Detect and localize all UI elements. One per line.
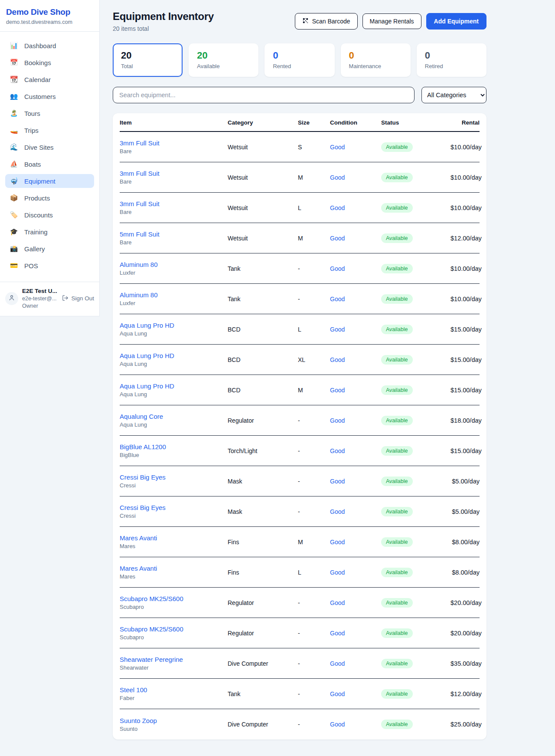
item-name-link[interactable]: Mares Avanti — [120, 534, 228, 542]
condition-link[interactable]: Good — [330, 144, 381, 151]
sidebar-item-discounts[interactable]: 🏷️ Discounts — [5, 208, 94, 222]
item-name-link[interactable]: Aqua Lung Pro HD — [120, 322, 228, 329]
item-name-link[interactable]: Suunto Zoop — [120, 717, 228, 724]
sidebar-item-tours[interactable]: 🏝️ Tours — [5, 106, 94, 120]
item-name-link[interactable]: Aluminum 80 — [120, 291, 228, 299]
sidebar-item-training[interactable]: 🎓 Training — [5, 225, 94, 239]
nav-icon: 🎓 — [10, 228, 18, 236]
condition-link[interactable]: Good — [330, 235, 381, 242]
status-badge: Available — [381, 142, 413, 152]
item-name-link[interactable]: Aqualung Core — [120, 413, 228, 420]
category-cell: Mask — [228, 478, 298, 485]
status-badge: Available — [381, 446, 413, 456]
stat-card-retired[interactable]: 0 Retired — [417, 43, 486, 77]
sign-out-button[interactable]: Sign Out — [62, 295, 94, 302]
rental-cell: $10.00/day — [451, 204, 482, 211]
item-name-link[interactable]: Shearwater Peregrine — [120, 656, 228, 663]
item-name-link[interactable]: Mares Avanti — [120, 565, 228, 572]
table-body: 3mm Full Suit Bare Wetsuit S Good Availa… — [120, 132, 480, 740]
nav-label: Dive Sites — [24, 144, 54, 151]
item-name-link[interactable]: 3mm Full Suit — [120, 170, 228, 177]
sidebar-item-bookings[interactable]: 📅 Bookings — [5, 56, 94, 69]
stat-card-total[interactable]: 20 Total — [113, 43, 183, 77]
category-cell: Regulator — [228, 599, 298, 606]
condition-link[interactable]: Good — [330, 296, 381, 302]
nav-label: Equipment — [24, 177, 56, 185]
nav-icon: 👥 — [10, 92, 18, 100]
sidebar-item-products[interactable]: 📦 Products — [5, 191, 94, 205]
item-name-link[interactable]: Cressi Big Eyes — [120, 504, 228, 511]
status-badge: Available — [381, 659, 413, 668]
nav-label: Boats — [24, 161, 41, 168]
item-name-link[interactable]: 3mm Full Suit — [120, 200, 228, 207]
condition-link[interactable]: Good — [330, 508, 381, 515]
condition-link[interactable]: Good — [330, 569, 381, 576]
condition-link[interactable]: Good — [330, 660, 381, 667]
item-name-link[interactable]: Aqua Lung Pro HD — [120, 352, 228, 359]
stat-card-rented[interactable]: 0 Rented — [264, 43, 334, 77]
item-cell: 3mm Full Suit Bare — [120, 139, 228, 154]
category-select[interactable]: All Categories — [421, 87, 486, 103]
sidebar-item-trips[interactable]: 🚤 Trips — [5, 123, 94, 137]
add-equipment-button[interactable]: Add Equipment — [426, 13, 486, 30]
sidebar-item-dashboard[interactable]: 📊 Dashboard — [5, 39, 94, 53]
item-brand: Aqua Lung — [120, 330, 228, 337]
item-name-link[interactable]: Steel 100 — [120, 686, 228, 694]
sidebar-item-customers[interactable]: 👥 Customers — [5, 89, 94, 103]
condition-link[interactable]: Good — [330, 387, 381, 394]
condition-link[interactable]: Good — [330, 447, 381, 454]
sidebar-item-boats[interactable]: ⛵ Boats — [5, 157, 94, 171]
item-name-link[interactable]: 3mm Full Suit — [120, 139, 228, 147]
condition-link[interactable]: Good — [330, 417, 381, 424]
table-row: Aluminum 80 Luxfer Tank - Good Available… — [120, 284, 480, 314]
condition-link[interactable]: Good — [330, 326, 381, 333]
item-name-link[interactable]: Scubapro MK25/S600 — [120, 595, 228, 602]
nav-icon: 🚤 — [10, 126, 18, 134]
condition-link[interactable]: Good — [330, 690, 381, 697]
condition-link[interactable]: Good — [330, 174, 381, 181]
size-cell: M — [298, 174, 330, 181]
rental-cell: $20.00/day — [451, 599, 482, 606]
category-cell: Mask — [228, 508, 298, 515]
condition-link[interactable]: Good — [330, 539, 381, 546]
scan-barcode-button[interactable]: Scan Barcode — [295, 13, 358, 30]
sidebar-item-gallery[interactable]: 📸 Gallery — [5, 242, 94, 256]
item-name-link[interactable]: 5mm Full Suit — [120, 230, 228, 238]
stat-card-maintenance[interactable]: 0 Maintenance — [341, 43, 411, 77]
column-header-category: Category — [228, 119, 298, 126]
stat-value: 20 — [197, 50, 250, 61]
sidebar-item-calendar[interactable]: 📆 Calendar — [5, 72, 94, 86]
item-brand: Aqua Lung — [120, 391, 228, 398]
status-cell: Available — [381, 385, 451, 395]
stat-card-available[interactable]: 20 Available — [189, 43, 258, 77]
item-name-link[interactable]: Aluminum 80 — [120, 261, 228, 268]
size-cell: L — [298, 204, 330, 211]
condition-link[interactable]: Good — [330, 204, 381, 211]
status-badge: Available — [381, 689, 413, 699]
table-row: Cressi Big Eyes Cressi Mask - Good Avail… — [120, 496, 480, 527]
condition-link[interactable]: Good — [330, 478, 381, 485]
item-name-link[interactable]: Aqua Lung Pro HD — [120, 382, 228, 390]
manage-rentals-button[interactable]: Manage Rentals — [362, 13, 421, 29]
item-name-link[interactable]: Scubapro MK25/S600 — [120, 625, 228, 633]
sidebar-item-pos[interactable]: 💳 POS — [5, 259, 94, 273]
condition-link[interactable]: Good — [330, 599, 381, 606]
rental-cell: $12.00/day — [451, 690, 482, 697]
condition-link[interactable]: Good — [330, 630, 381, 637]
condition-link[interactable]: Good — [330, 721, 381, 728]
sidebar-item-equipment[interactable]: 🤿 Equipment — [5, 174, 94, 188]
size-cell: - — [298, 417, 330, 424]
condition-link[interactable]: Good — [330, 265, 381, 272]
nav-label: Tours — [24, 110, 40, 117]
item-name-link[interactable]: BigBlue AL1200 — [120, 443, 228, 450]
item-name-link[interactable]: Cressi Big Eyes — [120, 473, 228, 481]
status-cell: Available — [381, 325, 451, 334]
rental-cell: $20.00/day — [451, 630, 482, 637]
brand-title[interactable]: Demo Dive Shop — [0, 0, 99, 18]
rental-cell: $8.00/day — [451, 569, 480, 576]
status-cell: Available — [381, 689, 451, 699]
item-brand: Luxfer — [120, 300, 228, 306]
search-input[interactable] — [113, 87, 415, 103]
condition-link[interactable]: Good — [330, 356, 381, 363]
sidebar-item-dive-sites[interactable]: 🌊 Dive Sites — [5, 140, 94, 154]
